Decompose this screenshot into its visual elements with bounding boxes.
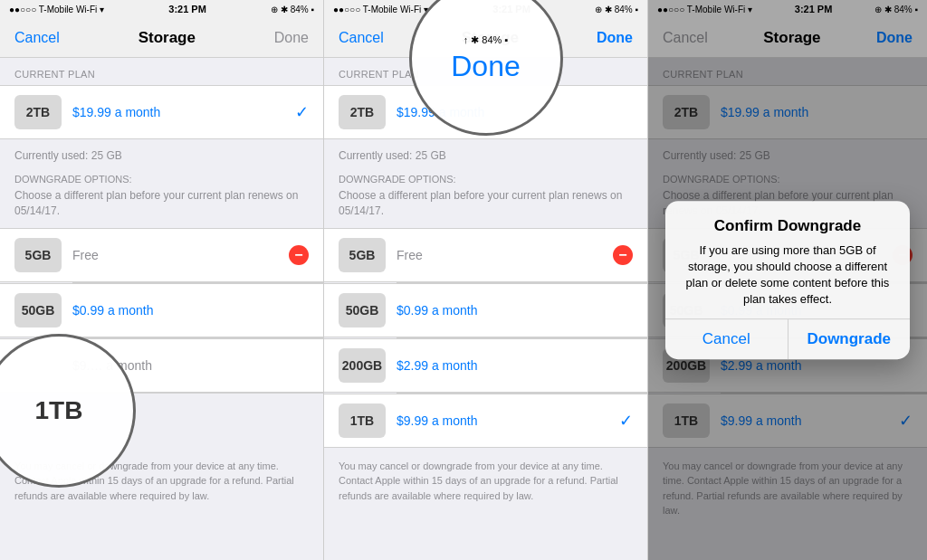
size-2tb-1: 2TB: [14, 95, 62, 129]
used-info-2: Currently used: 25 GB: [324, 139, 647, 173]
dialog-message: If you are using more than 5GB of storag…: [680, 242, 895, 308]
status-right-1: ⊕ ✱ 84% ▪: [271, 5, 314, 14]
current-plan-row-1[interactable]: 2TB $19.99 a month ✓: [0, 85, 323, 139]
zoom-inner-2: ↑ ✱ 84% ▪ Done: [412, 0, 560, 133]
size-50gb-1: 50GB: [14, 293, 62, 327]
size-1tb-2: 1TB: [339, 403, 386, 438]
plan-price-1: $19.99 a month: [72, 105, 160, 119]
option-50gb-2[interactable]: 50GB $0.99 a month: [324, 283, 647, 337]
zoom-inner-1: 1TB: [0, 337, 133, 485]
screenshot-container: ●●○○○ T-Mobile Wi-Fi ▾ 3:21 PM ⊕ ✱ 84% ▪…: [0, 0, 927, 560]
5gb-price-2: Free: [397, 248, 423, 262]
zoom-1tb-text: 1TB: [35, 396, 83, 425]
downgrade-label-2: DOWNGRADE OPTIONS:: [339, 173, 633, 186]
zoom-circle-top-2: ↑ ✱ 84% ▪ Done: [409, 0, 563, 136]
status-left-1: ●●○○○ T-Mobile Wi-Fi ▾: [9, 5, 104, 14]
panel-3: ●●○○○ T-Mobile Wi-Fi ▾ 3:21 PM ⊕ ✱ 84% ▪…: [648, 0, 927, 560]
option-5gb-1[interactable]: 5GB Free −: [0, 228, 323, 282]
status-bar-1: ●●○○○ T-Mobile Wi-Fi ▾ 3:21 PM ⊕ ✱ 84% ▪: [0, 0, 323, 18]
nav-title-1: Storage: [139, 29, 196, 47]
done-button-1[interactable]: Done: [274, 30, 309, 46]
status-time-1: 3:21 PM: [168, 4, 206, 14]
status-right-2: ⊕ ✱ 84% ▪: [595, 5, 638, 14]
current-plan-label-1: CURRENT PLAN: [0, 58, 323, 85]
size-5gb-1: 5GB: [14, 238, 62, 272]
panel-1: ●●○○○ T-Mobile Wi-Fi ▾ 3:21 PM ⊕ ✱ 84% ▪…: [0, 0, 324, 560]
option-200gb-2[interactable]: 200GB $2.99 a month: [324, 338, 647, 393]
downgrade-info-1: DOWNGRADE OPTIONS: Choose a different pl…: [0, 173, 323, 228]
1tb-info-2: $9.99 a month: [397, 413, 612, 429]
dialog-title: Confirm Downgrade: [680, 217, 895, 235]
50gb-info-2: $0.99 a month: [397, 302, 633, 318]
50gb-price-1: $0.99 a month: [72, 303, 154, 318]
cancel-button-2[interactable]: Cancel: [339, 30, 384, 46]
200gb-price-2: $2.99 a month: [397, 358, 478, 373]
downgrade-info-2: DOWNGRADE OPTIONS: Choose a different pl…: [324, 173, 647, 228]
5gb-info-2: Free: [397, 247, 606, 263]
option-5gb-2[interactable]: 5GB Free −: [324, 228, 647, 282]
dialog-buttons: Cancel Downgrade: [665, 318, 910, 359]
cancel-button-1[interactable]: Cancel: [14, 30, 60, 46]
dialog-downgrade-button[interactable]: Downgrade: [788, 319, 911, 359]
option-1tb-2[interactable]: 1TB $9.99 a month ✓: [324, 394, 647, 448]
dialog-cancel-button[interactable]: Cancel: [665, 319, 788, 359]
50gb-info-1: $0.99 a month: [72, 302, 309, 318]
50gb-price-2: $0.99 a month: [397, 303, 478, 318]
checkmark-1: ✓: [295, 102, 309, 122]
zoom-done-text[interactable]: Done: [451, 50, 521, 83]
5gb-price-1: Free: [72, 248, 99, 262]
zoom-status-2: ↑ ✱ 84% ▪: [451, 34, 521, 46]
200gb-info-2: $2.99 a month: [397, 357, 633, 374]
5gb-info-1: Free: [72, 247, 282, 263]
dialog-body: Confirm Downgrade If you are using more …: [665, 201, 910, 319]
size-200gb-2: 200GB: [339, 348, 386, 383]
used-info-1: Currently used: 25 GB: [0, 139, 323, 173]
checkmark-1tb-2: ✓: [619, 411, 633, 431]
done-button-2[interactable]: Done: [597, 30, 633, 46]
footer-text-2: You may cancel or downgrade from your de…: [324, 448, 647, 515]
size-50gb-2: 50GB: [339, 293, 386, 327]
panel-2: ●●○○○ T-Mobile Wi-Fi ▾ 3:21 PM ⊕ ✱ 84% ▪…: [324, 0, 648, 560]
remove-icon-1[interactable]: −: [289, 245, 309, 265]
1tb-price-2: $9.99 a month: [397, 413, 478, 428]
size-2tb-2: 2TB: [339, 95, 386, 129]
nav-bar-1: Cancel Storage Done: [0, 18, 323, 58]
confirm-downgrade-dialog: Confirm Downgrade If you are using more …: [665, 201, 910, 360]
downgrade-label-1: DOWNGRADE OPTIONS:: [14, 173, 309, 186]
size-5gb-2: 5GB: [339, 238, 386, 272]
option-50gb-1[interactable]: 50GB $0.99 a month: [0, 283, 323, 337]
plan-info-1: $19.99 a month: [72, 104, 288, 120]
zoom-circle-bottom-1: 1TB: [0, 334, 136, 488]
remove-icon-2[interactable]: −: [613, 245, 633, 265]
